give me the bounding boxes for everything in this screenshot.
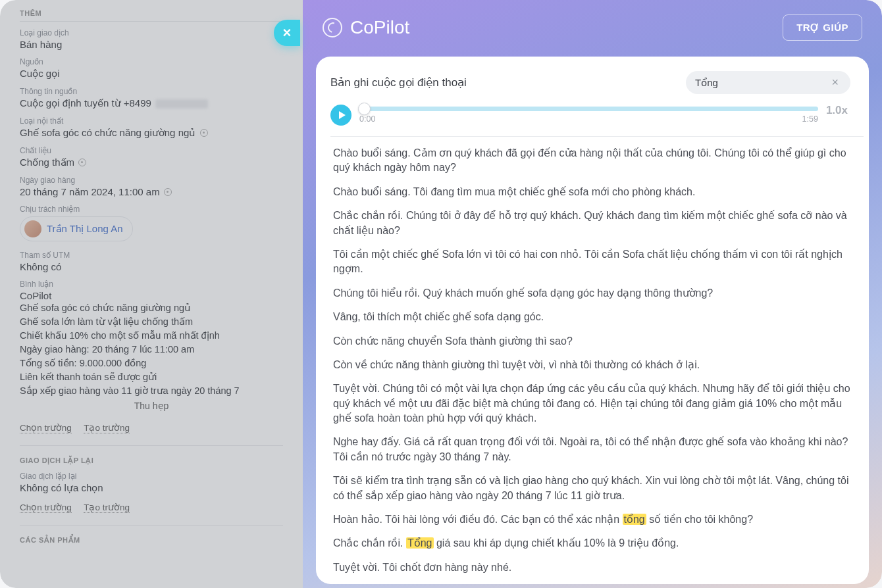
transcript-line: Tuyệt vời. Chúng tôi có một vài lựa chọn… <box>333 381 857 426</box>
field-value[interactable]: Không có lựa chọn <box>20 482 283 494</box>
person-name: Trần Thị Long An <box>47 223 123 235</box>
transcript-search[interactable]: × <box>686 71 850 94</box>
comment-line: Ngày giao hàng: 20 tháng 7 lúc 11:00 am <box>20 343 283 356</box>
section-products: CÁC SẢN PHẨM <box>20 525 283 545</box>
field-value[interactable]: Cuộc gọi <box>20 68 283 80</box>
comment-line: Ghế sofa góc có chức năng giường ngủ <box>20 301 283 315</box>
field-material: Chất liệu Chống thấm <box>20 146 283 168</box>
field-label: Ngày giao hàng <box>20 176 283 185</box>
field-source: Nguồn Cuộc gọi <box>20 57 283 80</box>
search-input[interactable] <box>695 77 829 88</box>
collapse-link[interactable]: Thu hẹp <box>20 401 283 411</box>
transcript-body[interactable]: Chào buổi sáng. Cảm ơn quý khách đã gọi … <box>330 136 864 577</box>
ai-icon <box>164 188 172 196</box>
close-icon: × <box>283 26 292 40</box>
field-label: Tham số UTM <box>20 251 283 260</box>
highlight: Tổng <box>406 537 434 549</box>
seek-thumb[interactable] <box>358 103 371 115</box>
create-field-link[interactable]: Tạo trường <box>84 423 130 433</box>
help-button[interactable]: TRỢ GIÚP <box>783 14 862 41</box>
copilot-header: CoPilot TRỢ GIÚP <box>303 0 882 50</box>
ai-icon <box>200 129 208 137</box>
furniture-type-text: Ghế sofa góc có chức năng giường ngủ <box>20 127 195 138</box>
copilot-logo-icon <box>323 18 342 37</box>
field-value[interactable]: 20 tháng 7 năm 2024, 11:00 am <box>20 186 283 197</box>
comment-line: Sắp xếp giao hàng vào 11 giờ trưa ngày 2… <box>20 384 283 398</box>
field-label: Thông tin nguồn <box>20 87 283 96</box>
transcript-line: Chào buổi sáng. Cảm ơn quý khách đã gọi … <box>333 146 857 176</box>
redacted-number <box>155 99 208 109</box>
field-label: Giao dịch lặp lại <box>20 472 283 481</box>
field-value[interactable]: Không có <box>20 261 283 272</box>
create-field-link[interactable]: Tạo trường <box>84 502 130 513</box>
field-label: Loại giao dịch <box>20 28 283 37</box>
seek-track[interactable] <box>359 107 818 111</box>
field-repeat: Giao dịch lặp lại Không có lựa chọn <box>20 472 283 494</box>
section-repeat-title: GIAO DỊCH LẶP LẠI <box>20 456 283 465</box>
field-label: Loại nội thất <box>20 116 283 126</box>
comment-body: Ghế sofa góc có chức năng giường ngủGhế … <box>20 301 283 398</box>
transcript-line: Chắc chắn rồi. Tổng giá sau khi áp dụng … <box>333 536 857 551</box>
transcript-line: Chắc chắn rồi. Chúng tôi ở đây để hỗ trợ… <box>333 208 857 238</box>
field-label: Nguồn <box>20 57 283 66</box>
comment-line: Liên kết thanh toán sẽ được gửi <box>20 370 283 384</box>
comment-line: Ghế sofa lớn làm từ vật liệu chống thấm <box>20 315 283 329</box>
field-furniture-type: Loại nội thất Ghế sofa góc có chức năng … <box>20 116 283 139</box>
highlight: tổng <box>623 514 646 525</box>
field-utm: Tham số UTM Không có <box>20 251 283 272</box>
time-labels: 0:00 1:59 <box>359 114 818 124</box>
transcript-line: Tôi sẽ kiểm tra tình trạng sẵn có và lịc… <box>333 474 857 503</box>
section-repeat: GIAO DỊCH LẶP LẠI Giao dịch lặp lại Khôn… <box>20 445 283 513</box>
play-button[interactable] <box>330 105 351 126</box>
field-source-info: Thông tin nguồn Cuộc gọi định tuyến từ +… <box>20 87 283 109</box>
field-comment: Bình luận CoPilot Ghế sofa góc có chức n… <box>20 280 283 411</box>
time-start: 0:00 <box>359 114 375 124</box>
field-value[interactable]: Chống thấm <box>20 157 283 168</box>
transcript-line: Chúng tôi hiểu rồi. Quý khách muốn ghế s… <box>333 286 857 301</box>
transcript-line: Nghe hay đấy. Giá cả rất quan trọng đối … <box>333 435 857 464</box>
field-actions: Chọn trường Tạo trường <box>20 422 283 433</box>
copilot-panel: CoPilot TRỢ GIÚP Bản ghi cuộc gọi điện t… <box>303 0 882 588</box>
comment-line: Chiết khấu 10% cho một số mẫu mã nhất đị… <box>20 329 283 343</box>
field-label: Bình luận <box>20 280 283 289</box>
field-label: Chất liệu <box>20 146 283 155</box>
play-icon <box>339 111 346 119</box>
ai-icon <box>78 159 86 166</box>
choose-field-link[interactable]: Chọn trường <box>20 423 72 433</box>
section-products-title: CÁC SẢN PHẨM <box>20 536 283 545</box>
field-value[interactable]: Bán hàng <box>20 39 283 50</box>
transcript-line: Còn chức năng chuyển Sofa thành giường t… <box>333 334 857 349</box>
transcript-line: Chào buổi sáng. Tôi đang tìm mua một chi… <box>333 185 857 199</box>
source-info-text: Cuộc gọi định tuyến từ +8499 <box>20 97 151 109</box>
comment-title: CoPilot <box>20 290 283 301</box>
close-panel-button[interactable]: × <box>274 20 300 46</box>
field-transaction-type: Loại giao dịch Bán hàng <box>20 28 283 50</box>
card-title: Bản ghi cuộc gọi điện thoại <box>330 76 467 89</box>
field-value[interactable]: Ghế sofa góc có chức năng giường ngủ <box>20 127 283 139</box>
left-panel: THÊM Loại giao dịch Bán hàng Nguồn Cuộc … <box>0 0 303 588</box>
field-actions-2: Chọn trường Tạo trường <box>20 501 283 513</box>
field-value[interactable]: Cuộc gọi định tuyến từ +8499 <box>20 97 283 109</box>
transcript-line: Vâng, tôi thích một chiếc ghế sofa dạng … <box>333 310 857 324</box>
transcript-line: Còn về chức năng thành giường thì tuyệt … <box>333 358 857 372</box>
copilot-brand: CoPilot <box>323 17 409 38</box>
responsible-person-chip[interactable]: Trần Thị Long An <box>20 216 133 241</box>
choose-field-link[interactable]: Chọn trường <box>20 502 72 513</box>
delivery-text: 20 tháng 7 năm 2024, 11:00 am <box>20 186 160 197</box>
transcript-line: Hoàn hảo. Tôi hài lòng với điều đó. Các … <box>333 512 857 527</box>
time-end: 1:59 <box>802 114 818 124</box>
transcript-line: Tôi cần một chiếc ghế Sofa lớn vì tôi có… <box>333 247 857 277</box>
audio-player: 0:00 1:59 1.0x <box>330 105 864 126</box>
card-header: Bản ghi cuộc gọi điện thoại × <box>330 71 864 94</box>
section-more-title: THÊM <box>20 9 283 17</box>
transcript-line: Tuyệt vời. Tôi chốt đơn hàng này nhé. <box>333 560 857 575</box>
seek-track-wrap: 0:00 1:59 <box>359 107 818 124</box>
playback-speed[interactable]: 1.0x <box>826 104 848 117</box>
comment-line: Tổng số tiền: 9.000.000 đồng <box>20 356 283 370</box>
material-text: Chống thấm <box>20 157 74 168</box>
clear-search-icon[interactable]: × <box>829 76 841 89</box>
avatar <box>24 220 41 237</box>
divider <box>20 21 283 22</box>
transcript-card: Bản ghi cuộc gọi điện thoại × 0:00 1:59 … <box>316 57 869 584</box>
field-label: Chịu trách nhiệm <box>20 205 283 214</box>
